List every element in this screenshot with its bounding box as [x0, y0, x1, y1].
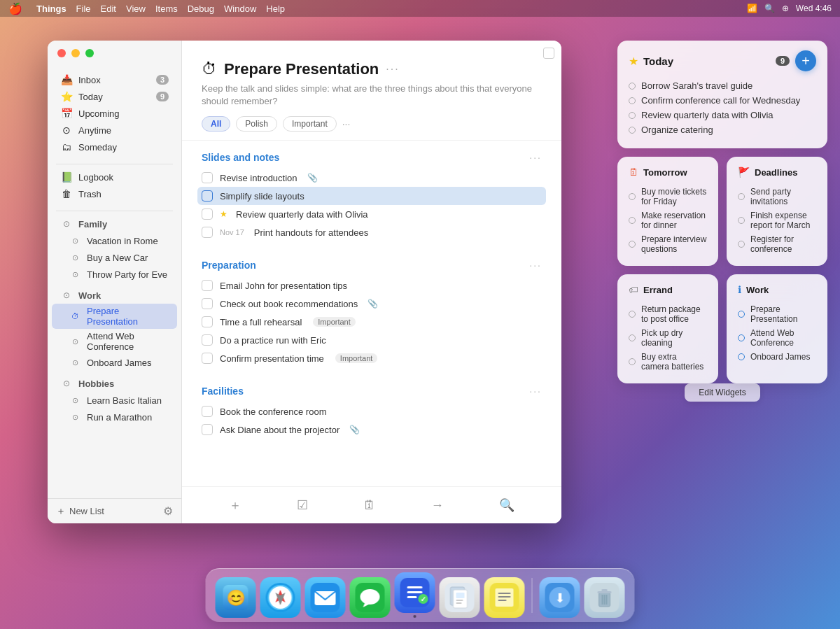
menu-items[interactable]: Items — [155, 3, 178, 14]
dock-notes[interactable] — [484, 577, 525, 618]
sidebar-item-trash[interactable]: 🗑 Trash — [52, 185, 177, 202]
tomorrow-item-1[interactable]: Buy movie tickets for Friday — [629, 185, 707, 209]
work-item-2[interactable]: Attend Web Conference — [738, 326, 816, 350]
checkbox-confirm[interactable] — [202, 353, 213, 364]
sidebar-item-marathon[interactable]: ⊙ Run a Marathon — [52, 409, 177, 425]
section-fac-more[interactable]: ··· — [529, 386, 542, 397]
task-ask-diane[interactable]: Ask Diane about the projector 📎 — [202, 420, 542, 439]
dock-mail[interactable] — [305, 577, 346, 618]
page-title: Prepare Presentation — [224, 60, 379, 78]
today-item-4[interactable]: Organize catering — [629, 122, 816, 137]
title-more-button[interactable]: ··· — [386, 63, 399, 76]
tomorrow-item-2[interactable]: Make reservation for dinner — [629, 209, 707, 232]
menu-debug[interactable]: Debug — [188, 3, 214, 14]
checkbox-simplify[interactable] — [202, 190, 213, 202]
dock-finder[interactable]: 😊 — [216, 577, 256, 618]
sidebar-item-prepare-presentation[interactable]: ⏱ Prepare Presentation — [52, 304, 177, 329]
sidebar-item-upcoming[interactable]: 📅 Upcoming — [52, 105, 177, 122]
edit-widgets-button[interactable]: Edit Widgets — [685, 383, 760, 402]
sidebar-item-italian[interactable]: ⊙ Learn Basic Italian — [52, 392, 177, 409]
dock-safari[interactable] — [260, 577, 301, 618]
checkbox-print[interactable] — [202, 227, 213, 238]
add-task-button[interactable]: ＋ — [226, 494, 244, 516]
apple-menu[interactable]: 🍎 — [8, 2, 22, 15]
checkbox-practice[interactable] — [202, 334, 213, 346]
tag-important[interactable]: Important — [283, 116, 337, 132]
today-item-1[interactable]: Borrow Sarah's travel guide — [629, 78, 816, 93]
task-book-room[interactable]: Book the conference room — [202, 402, 542, 420]
deadlines-item-3[interactable]: Register for conference — [738, 232, 816, 256]
sidebar-item-logbook[interactable]: 📗 Logbook — [52, 169, 177, 185]
errand-item-3[interactable]: Buy extra camera batteries — [629, 350, 707, 374]
checkbox-email[interactable] — [202, 280, 213, 291]
deadlines-item-1[interactable]: Send party invitations — [738, 185, 816, 209]
menu-edit[interactable]: Edit — [101, 3, 116, 14]
sidebar-item-today[interactable]: ⭐ Today 9 — [52, 88, 177, 105]
search-button[interactable]: 🔍 — [496, 495, 517, 516]
dock-messages[interactable] — [350, 577, 391, 618]
task-revise-introduction[interactable]: Revise introduction 📎 — [202, 169, 542, 187]
maximize-button[interactable] — [85, 49, 94, 57]
tag-more-button[interactable]: ··· — [342, 118, 351, 129]
task-simplify-slides[interactable]: Simplify slide layouts — [197, 187, 546, 205]
sidebar-group-family[interactable]: ⊙ Family — [52, 215, 177, 232]
sidebar-group-hobbies[interactable]: ⊙ Hobbies — [52, 375, 177, 392]
add-checklist-button[interactable]: ☑ — [294, 495, 311, 516]
work-item-3[interactable]: Onboard James — [738, 350, 816, 364]
dock-downloads[interactable]: ⬇ — [540, 577, 580, 618]
task-review-quarterly[interactable]: ★ Review quarterly data with Olivia — [202, 205, 542, 223]
task-check-books[interactable]: Check out book recommendations 📎 — [202, 295, 542, 313]
sidebar-item-anytime[interactable]: ⊙ Anytime — [52, 122, 177, 139]
section-prep-more[interactable]: ··· — [529, 260, 542, 271]
dot-icon — [629, 83, 636, 90]
task-practice-run[interactable]: Do a practice run with Eric — [202, 331, 542, 349]
checkbox-rehearsal[interactable] — [202, 316, 213, 327]
checkbox-diane[interactable] — [202, 424, 213, 435]
menu-file[interactable]: File — [76, 3, 91, 14]
errand-item-1[interactable]: Return package to post office — [629, 302, 707, 326]
sidebar-item-onboard[interactable]: ⊙ Onboard James — [52, 354, 177, 371]
task-print-handouts[interactable]: Nov 17 Print handouts for attendees — [202, 223, 542, 241]
task-confirm-time[interactable]: Confirm presentation time Important — [202, 349, 542, 367]
tomorrow-item-3[interactable]: Prepare interview questions — [629, 232, 707, 256]
dock-preview[interactable] — [440, 577, 480, 618]
menu-view[interactable]: View — [126, 3, 146, 14]
today-item-3[interactable]: Review quarterly data with Olivia — [629, 108, 816, 122]
menu-window[interactable]: Window — [224, 3, 256, 14]
move-button[interactable]: → — [428, 495, 447, 516]
settings-icon[interactable]: ⚙ — [163, 504, 173, 518]
task-time-rehearsal[interactable]: Time a full rehearsal Important — [202, 313, 542, 331]
schedule-button[interactable]: 🗓 — [360, 495, 379, 516]
deadlines-item-2[interactable]: Finish expense report for March — [738, 209, 816, 232]
work-item-1[interactable]: Prepare Presentation — [738, 302, 816, 326]
minimize-button[interactable] — [71, 49, 80, 57]
tomorrow-widget: 🗓 Tomorrow Buy movie tickets for Friday … — [617, 157, 718, 266]
checkbox-revise[interactable] — [202, 172, 213, 183]
checkbox-room[interactable] — [202, 406, 213, 417]
checkbox-books[interactable] — [202, 298, 213, 309]
tag-polish[interactable]: Polish — [236, 116, 277, 132]
sidebar-group-work[interactable]: ⊙ Work — [52, 287, 177, 304]
menu-help[interactable]: Help — [266, 3, 285, 14]
tag-all[interactable]: All — [202, 116, 230, 132]
sidebar-item-inbox[interactable]: 📥 Inbox 3 — [52, 71, 177, 88]
checkbox-review[interactable] — [202, 209, 213, 220]
today-item-2[interactable]: Confirm conference call for Wednesday — [629, 93, 816, 108]
dock-things[interactable]: ✓ — [395, 572, 435, 618]
window-resize-button[interactable] — [543, 48, 554, 59]
control-center-icon[interactable]: ⊕ — [782, 3, 789, 13]
sidebar-item-someday[interactable]: 🗂 Someday — [52, 139, 177, 155]
sidebar-item-party[interactable]: ⊙ Throw Party for Eve — [52, 266, 177, 283]
section-slides-more[interactable]: ··· — [529, 152, 542, 163]
task-email-john[interactable]: Email John for presentation tips — [202, 276, 542, 295]
sidebar-item-attend-conference[interactable]: ⊙ Attend Web Conference — [52, 329, 177, 354]
sidebar-item-vacation[interactable]: ⊙ Vacation in Rome — [52, 232, 177, 249]
today-add-button[interactable]: + — [795, 50, 816, 71]
search-menubar-icon[interactable]: 🔍 — [764, 3, 775, 13]
close-button[interactable] — [57, 49, 66, 57]
new-list-button[interactable]: ＋ New List — [56, 505, 104, 518]
dock-trash[interactable] — [584, 577, 625, 618]
sidebar-item-car[interactable]: ⊙ Buy a New Car — [52, 249, 177, 266]
appname-label[interactable]: Things — [36, 3, 66, 14]
errand-item-2[interactable]: Pick up dry cleaning — [629, 326, 707, 350]
